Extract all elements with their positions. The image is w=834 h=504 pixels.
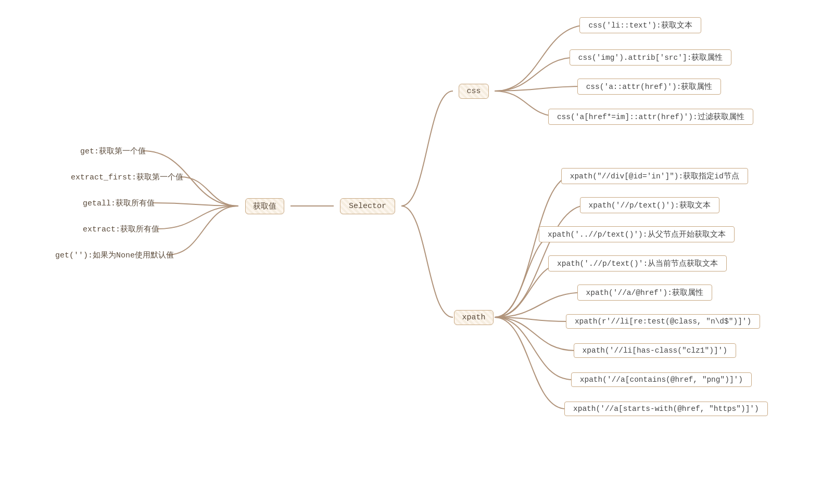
node-xp9: xpath('//a[starts-with(@href, "https")]'… bbox=[562, 399, 770, 418]
node-xp7-label: xpath('//li[has-class("clz1")]') bbox=[574, 343, 736, 358]
node-css-label: css bbox=[459, 84, 488, 99]
node-left-ef: extract_first:获取第一个值 bbox=[72, 167, 182, 186]
node-xp8-label: xpath('//a[contains(@href, "png")]') bbox=[571, 372, 752, 387]
node-css4-label: css('a[href*=im]::attr(href)'):过滤获取属性 bbox=[548, 109, 753, 125]
node-xp6: xpath(r'//li[re:test(@class, "n\d$")]') bbox=[563, 312, 763, 331]
node-xp2: xpath('//p/text()'):获取文本 bbox=[585, 196, 714, 214]
node-xp3-label: xpath('..//p/text()'):从父节点开始获取文本 bbox=[539, 226, 734, 242]
node-css2-label: css('img').attrib['src']:获取属性 bbox=[570, 49, 732, 66]
node-left-getall: getall:获取所有值 bbox=[82, 193, 155, 212]
node-left-extract-label: extract:获取所有值 bbox=[83, 224, 159, 234]
node-left-get1-label: get:获取第一个值 bbox=[80, 146, 146, 156]
node-css: css bbox=[459, 82, 489, 100]
node-xp8: xpath('//a[contains(@href, "png")]') bbox=[568, 370, 754, 389]
node-xp4-label: xpath('.//p/text()':从当前节点获取文本 bbox=[548, 255, 727, 272]
mindmap: Selector获取值get:获取第一个值extract_first:获取第一个… bbox=[0, 0, 834, 504]
node-getvalue-label: 获取值 bbox=[245, 198, 284, 214]
node-xp5: xpath('//a/@href'):获取属性 bbox=[583, 283, 707, 302]
node-left-get1: get:获取第一个值 bbox=[81, 141, 145, 160]
node-xp1: xpath("//div[@id='in']"):获取指定id节点 bbox=[569, 166, 740, 185]
node-xp5-label: xpath('//a/@href'):获取属性 bbox=[577, 285, 712, 301]
node-xpath: xpath bbox=[454, 308, 494, 327]
node-css1-label: css('li::text'):获取文本 bbox=[579, 17, 701, 33]
node-xp4: xpath('.//p/text()':从当前节点获取文本 bbox=[561, 254, 714, 273]
node-left-getall-label: getall:获取所有值 bbox=[83, 198, 155, 208]
node-xpath-label: xpath bbox=[454, 310, 493, 325]
node-css2: css('img').attrib['src']:获取属性 bbox=[574, 48, 727, 67]
node-xp9-label: xpath('//a[starts-with(@href, "https")]'… bbox=[564, 402, 768, 416]
node-css3-label: css('a::attr(href)'):获取属性 bbox=[577, 79, 722, 95]
node-selector-label: Selector bbox=[340, 198, 395, 214]
node-left-ef-label: extract_first:获取第一个值 bbox=[71, 172, 183, 182]
node-left-getd-label: get(''):如果为None使用默认值 bbox=[55, 250, 174, 260]
node-css1: css('li::text'):获取文本 bbox=[585, 16, 696, 34]
node-xp1-label: xpath("//div[@id='in']"):获取指定id节点 bbox=[561, 168, 748, 184]
node-left-getd: get(''):如果为None使用默认值 bbox=[59, 245, 170, 264]
node-getvalue: 获取值 bbox=[249, 197, 280, 215]
node-xp2-label: xpath('//p/text()'):获取文本 bbox=[580, 197, 719, 213]
node-left-extract: extract:获取所有值 bbox=[82, 219, 160, 238]
node-css4: css('a[href*=im]::attr(href)'):过滤获取属性 bbox=[555, 107, 745, 126]
node-xp7: xpath('//li[has-class("clz1")]') bbox=[572, 341, 738, 360]
node-xp6-label: xpath(r'//li[re:test(@class, "n\d$")]') bbox=[566, 314, 760, 329]
node-xp3: xpath('..//p/text()'):从父节点开始获取文本 bbox=[553, 225, 720, 243]
node-selector: Selector bbox=[340, 197, 395, 215]
node-css3: css('a::attr(href)'):获取属性 bbox=[583, 77, 716, 96]
